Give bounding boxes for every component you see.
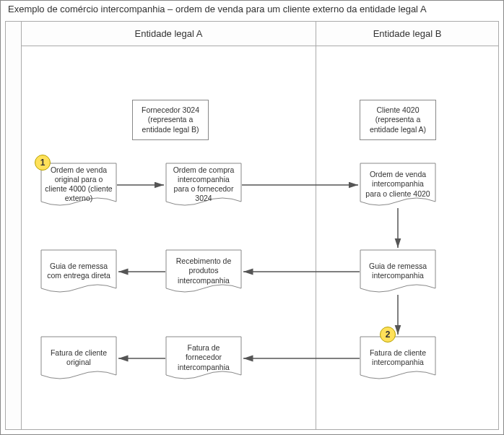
doc-label: Fatura de fornecedor intercompanhia (170, 340, 238, 375)
doc-ordem-venda-inter: Ordem de venda intercompanhia para o cli… (360, 163, 436, 210)
doc-label: Ordem de venda intercompanhia para o cli… (364, 167, 432, 202)
doc-fatura-fornecedor-inter: Fatura de fornecedor intercompanhia (165, 336, 242, 384)
doc-label: Fatura de cliente intercompanhia (364, 340, 432, 375)
box-cliente-4020: Cliente 4020 (representa a entidade lega… (360, 100, 436, 140)
diagram-inner: Entidade legal A Entidade legal B Fornec… (5, 21, 499, 430)
doc-fatura-cliente-inter: Fatura de cliente intercompanhia (360, 336, 436, 384)
doc-ordem-venda-original: Ordem de venda original para o cliente 4… (40, 163, 117, 210)
doc-guia-remessa-inter: Guia de remessa intercompanhia (360, 249, 436, 297)
box-fornecedor-3024: Fornecedor 3024 (representa a entidade l… (132, 100, 209, 140)
diagram-canvas: Exemplo de comércio intercompanhia – ord… (0, 0, 504, 435)
column-header-a: Entidade legal A (22, 22, 316, 46)
doc-label: Guia de remessa com entrega direta (45, 254, 113, 288)
box-label: Fornecedor 3024 (representa a entidade l… (137, 105, 204, 134)
column-header-b: Entidade legal B (316, 22, 498, 46)
doc-recebimento-produtos: Recebimento de produtos intercompanhia (165, 249, 242, 297)
doc-label: Guia de remessa intercompanhia (364, 254, 432, 288)
doc-guia-remessa-direta: Guia de remessa com entrega direta (40, 249, 117, 297)
doc-label: Fatura de cliente original (45, 340, 113, 375)
badge-2: 2 (380, 327, 396, 343)
diagram-title: Exemplo de comércio intercompanhia – ord… (1, 4, 503, 14)
doc-ordem-compra-inter: Ordem de compra intercompanhia para o fo… (165, 163, 242, 210)
doc-label: Ordem de venda original para o cliente 4… (45, 167, 113, 202)
doc-label: Recebimento de produtos intercompanhia (170, 254, 238, 288)
badge-1: 1 (35, 155, 51, 171)
doc-label: Ordem de compra intercompanhia para o fo… (170, 167, 238, 202)
doc-fatura-cliente-original: Fatura de cliente original (40, 336, 117, 384)
box-label: Cliente 4020 (representa a entidade lega… (365, 105, 431, 134)
left-strip (6, 22, 22, 429)
